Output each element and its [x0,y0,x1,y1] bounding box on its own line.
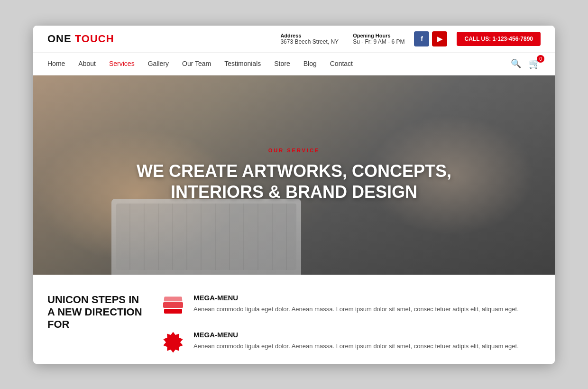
nav-item-services[interactable]: Services [109,59,135,68]
nav-item-blog[interactable]: Blog [303,59,317,68]
nav-actions: 🔍 🛒 0 [511,58,541,69]
nav-links: Home About Services Gallery Our Team Tes… [47,59,353,68]
feature-item-1: MEGA-MENU Aenean commodo ligula eget dol… [161,294,541,317]
social-icons: f ▶ [414,31,447,46]
hours-label: Opening Hours [353,33,404,38]
feature-desc-1: Aenean commodo ligula eget dolor. Aenean… [193,305,519,315]
hero-subtitle: OUR SERVICE [268,148,320,153]
feature-icon-1 [161,294,185,317]
feature-title-2: MEGA-MENU [193,331,519,339]
hero-content: OUR SERVICE WE CREATE ARTWORKS, CONCEPTS… [33,75,555,275]
nav-item-store[interactable]: Store [274,59,290,68]
nav-item-gallery[interactable]: Gallery [148,59,169,68]
facebook-button[interactable]: f [414,31,429,46]
logo-part2: TOUCH [75,33,114,45]
logo: ONE TOUCH [47,33,114,45]
call-button[interactable]: CALL US: 1-123-456-7890 [457,32,541,46]
hero-title: WE CREATE ARTWORKS, CONCEPTS,INTERIORS &… [137,161,451,202]
nav-item-home[interactable]: Home [47,59,65,68]
nav-bar: Home About Services Gallery Our Team Tes… [33,53,555,75]
feature-item-2: MEGA-MENU Aenean commodo ligula eget dol… [161,331,541,354]
browser-window: ONE TOUCH Address 3673 Beech Street, NY … [33,26,555,364]
cart-button[interactable]: 🛒 0 [529,58,541,69]
feature-text-1: MEGA-MENU Aenean commodo ligula eget dol… [193,294,519,315]
content-section: UNICON STEPS IN A NEW DIRECTION FOR MEGA… [33,275,555,364]
starburst-icon [163,332,184,353]
address-block: Address 3673 Beech Street, NY [280,33,339,45]
nav-item-contact[interactable]: Contact [330,59,353,68]
feature-text-2: MEGA-MENU Aenean commodo ligula eget dol… [193,331,519,352]
youtube-button[interactable]: ▶ [432,31,447,46]
search-button[interactable]: 🔍 [511,58,521,69]
feature-desc-2: Aenean commodo ligula eget dolor. Aenean… [193,342,519,352]
hero-section: OUR SERVICE WE CREATE ARTWORKS, CONCEPTS… [33,75,555,275]
cart-badge: 0 [537,55,544,63]
logo-part1: ONE [47,33,72,45]
left-content: UNICON STEPS IN A NEW DIRECTION FOR [47,294,142,354]
layers-icon [162,295,184,316]
left-title: UNICON STEPS IN A NEW DIRECTION FOR [47,294,142,331]
nav-item-our-team[interactable]: Our Team [182,59,211,68]
feature-title-1: MEGA-MENU [193,294,519,302]
contact-info: Address 3673 Beech Street, NY Opening Ho… [280,33,404,45]
top-right: Address 3673 Beech Street, NY Opening Ho… [280,31,541,46]
right-content: MEGA-MENU Aenean commodo ligula eget dol… [161,294,541,354]
top-bar: ONE TOUCH Address 3673 Beech Street, NY … [33,26,555,53]
feature-icon-2 [161,331,185,354]
nav-item-testimonials[interactable]: Testimonials [224,59,261,68]
address-label: Address [280,33,339,38]
address-value: 3673 Beech Street, NY [280,38,339,45]
hours-value: Su - Fr: 9 AM - 6 PM [353,38,404,45]
hours-block: Opening Hours Su - Fr: 9 AM - 6 PM [353,33,404,45]
nav-item-about[interactable]: About [78,59,96,68]
